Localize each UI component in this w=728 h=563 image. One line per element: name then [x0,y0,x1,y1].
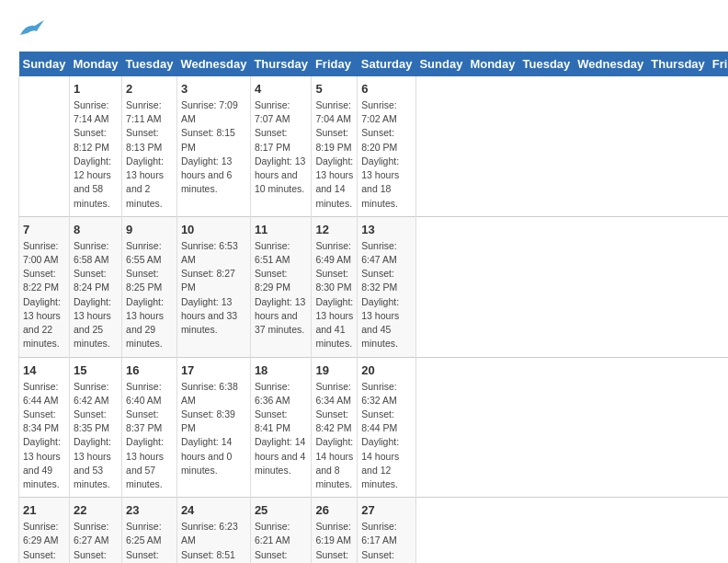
day-number: 3 [181,82,246,96]
day-info: Sunrise: 6:27 AMSunset: 8:47 PMDaylight:… [74,520,118,563]
day-cell: 20Sunrise: 6:32 AMSunset: 8:44 PMDayligh… [358,357,416,498]
day-info: Sunrise: 7:02 AMSunset: 8:20 PMDaylight:… [361,98,412,211]
day-number: 23 [126,503,173,517]
day-info: Sunrise: 6:42 AMSunset: 8:35 PMDaylight:… [74,380,118,492]
day-number: 8 [74,223,118,236]
day-number: 12 [315,223,353,236]
day-cell: 12Sunrise: 6:49 AMSunset: 8:30 PMDayligh… [312,216,358,357]
day-info: Sunrise: 6:38 AMSunset: 8:39 PMDaylight:… [181,380,246,478]
day-info: Sunrise: 7:14 AMSunset: 8:12 PMDaylight:… [74,98,118,211]
header-friday: Friday [312,52,358,76]
day-cell: 27Sunrise: 6:17 AMSunset: 8:56 PMDayligh… [358,498,416,563]
week-row-3: 14Sunrise: 6:44 AMSunset: 8:34 PMDayligh… [19,357,729,498]
day-number: 26 [315,503,353,517]
day-cell: 23Sunrise: 6:25 AMSunset: 8:49 PMDayligh… [122,498,177,563]
day-cell: 25Sunrise: 6:21 AMSunset: 8:52 PMDayligh… [250,498,312,563]
day-info: Sunrise: 6:51 AMSunset: 8:29 PMDaylight:… [255,239,308,338]
day-number: 14 [23,363,65,377]
col-header-wednesday: Wednesday [574,52,647,76]
day-info: Sunrise: 6:58 AMSunset: 8:24 PMDaylight:… [74,239,118,351]
day-cell: 18Sunrise: 6:36 AMSunset: 8:41 PMDayligh… [250,357,312,498]
day-number: 22 [74,503,118,517]
header-thursday: Thursday [250,52,312,76]
day-cell: 14Sunrise: 6:44 AMSunset: 8:34 PMDayligh… [19,357,70,498]
day-number: 24 [181,503,246,517]
day-info: Sunrise: 7:04 AMSunset: 8:19 PMDaylight:… [315,98,353,211]
day-info: Sunrise: 6:55 AMSunset: 8:25 PMDaylight:… [126,239,173,351]
day-cell: 8Sunrise: 6:58 AMSunset: 8:24 PMDaylight… [69,216,121,357]
day-cell: 24Sunrise: 6:23 AMSunset: 8:51 PMDayligh… [176,498,250,563]
day-number: 2 [126,82,173,96]
day-info: Sunrise: 6:21 AMSunset: 8:52 PMDaylight:… [255,520,308,563]
day-info: Sunrise: 6:44 AMSunset: 8:34 PMDaylight:… [23,380,65,492]
day-cell: 6Sunrise: 7:02 AMSunset: 8:20 PMDaylight… [358,76,416,216]
day-number: 16 [126,363,173,377]
day-number: 20 [361,363,412,377]
day-cell [19,76,70,216]
day-number: 15 [74,363,118,377]
day-number: 7 [23,223,65,236]
day-info: Sunrise: 7:11 AMSunset: 8:13 PMDaylight:… [126,98,173,211]
header-row: SundayMondayTuesdayWednesdayThursdayFrid… [19,52,729,76]
day-cell: 13Sunrise: 6:47 AMSunset: 8:32 PMDayligh… [358,216,416,357]
day-info: Sunrise: 6:53 AMSunset: 8:27 PMDaylight:… [181,239,246,338]
col-header-friday: Friday [709,52,728,76]
day-info: Sunrise: 6:49 AMSunset: 8:30 PMDaylight:… [315,239,353,351]
day-cell: 22Sunrise: 6:27 AMSunset: 8:47 PMDayligh… [69,498,121,563]
day-info: Sunrise: 6:25 AMSunset: 8:49 PMDaylight:… [126,520,173,563]
logo [18,18,50,40]
day-cell: 21Sunrise: 6:29 AMSunset: 8:46 PMDayligh… [19,498,70,563]
day-cell: 26Sunrise: 6:19 AMSunset: 8:54 PMDayligh… [312,498,358,563]
col-header-sunday: Sunday [415,52,466,76]
day-number: 1 [74,82,118,96]
day-cell: 7Sunrise: 7:00 AMSunset: 8:22 PMDaylight… [19,216,70,357]
day-info: Sunrise: 6:40 AMSunset: 8:37 PMDaylight:… [126,380,173,492]
week-row-1: 1Sunrise: 7:14 AMSunset: 8:12 PMDaylight… [19,76,729,216]
day-number: 10 [181,223,246,236]
day-info: Sunrise: 6:17 AMSunset: 8:56 PMDaylight:… [361,520,412,563]
day-number: 17 [181,363,246,377]
day-number: 18 [255,363,308,377]
day-number: 13 [361,223,412,236]
day-cell: 1Sunrise: 7:14 AMSunset: 8:12 PMDaylight… [69,76,121,216]
header-wednesday: Wednesday [176,52,250,76]
day-info: Sunrise: 7:00 AMSunset: 8:22 PMDaylight:… [23,239,65,351]
day-number: 6 [361,82,412,96]
day-cell: 16Sunrise: 6:40 AMSunset: 8:37 PMDayligh… [122,357,177,498]
day-number: 19 [315,363,353,377]
day-number: 5 [315,82,353,96]
day-cell: 5Sunrise: 7:04 AMSunset: 8:19 PMDaylight… [312,76,358,216]
logo-icon [18,18,46,40]
day-info: Sunrise: 6:29 AMSunset: 8:46 PMDaylight:… [23,520,65,563]
calendar-table: SundayMondayTuesdayWednesdayThursdayFrid… [18,52,728,563]
header-saturday: Saturday [358,52,416,76]
week-row-4: 21Sunrise: 6:29 AMSunset: 8:46 PMDayligh… [19,498,729,563]
header-sunday: Sunday [19,52,70,76]
day-info: Sunrise: 6:32 AMSunset: 8:44 PMDaylight:… [361,380,412,492]
day-number: 9 [126,223,173,236]
day-info: Sunrise: 7:07 AMSunset: 8:17 PMDaylight:… [255,98,308,197]
day-cell: 10Sunrise: 6:53 AMSunset: 8:27 PMDayligh… [176,216,250,357]
day-cell: 19Sunrise: 6:34 AMSunset: 8:42 PMDayligh… [312,357,358,498]
col-header-thursday: Thursday [647,52,709,76]
day-cell: 11Sunrise: 6:51 AMSunset: 8:29 PMDayligh… [250,216,312,357]
day-cell: 3Sunrise: 7:09 AMSunset: 8:15 PMDaylight… [176,76,250,216]
day-info: Sunrise: 7:09 AMSunset: 8:15 PMDaylight:… [181,98,246,197]
day-cell: 17Sunrise: 6:38 AMSunset: 8:39 PMDayligh… [176,357,250,498]
day-cell: 9Sunrise: 6:55 AMSunset: 8:25 PMDaylight… [122,216,177,357]
header-monday: Monday [69,52,121,76]
week-row-2: 7Sunrise: 7:00 AMSunset: 8:22 PMDaylight… [19,216,729,357]
day-number: 21 [23,503,65,517]
col-header-tuesday: Tuesday [519,52,574,76]
col-header-monday: Monday [466,52,518,76]
day-info: Sunrise: 6:23 AMSunset: 8:51 PMDaylight:… [181,520,246,563]
day-info: Sunrise: 6:36 AMSunset: 8:41 PMDaylight:… [255,380,308,478]
day-number: 11 [255,223,308,236]
day-number: 25 [255,503,308,517]
day-number: 27 [361,503,412,517]
day-info: Sunrise: 6:47 AMSunset: 8:32 PMDaylight:… [361,239,412,351]
day-info: Sunrise: 6:34 AMSunset: 8:42 PMDaylight:… [315,380,353,492]
day-info: Sunrise: 6:19 AMSunset: 8:54 PMDaylight:… [315,520,353,563]
day-cell: 4Sunrise: 7:07 AMSunset: 8:17 PMDaylight… [250,76,312,216]
day-number: 4 [255,82,308,96]
